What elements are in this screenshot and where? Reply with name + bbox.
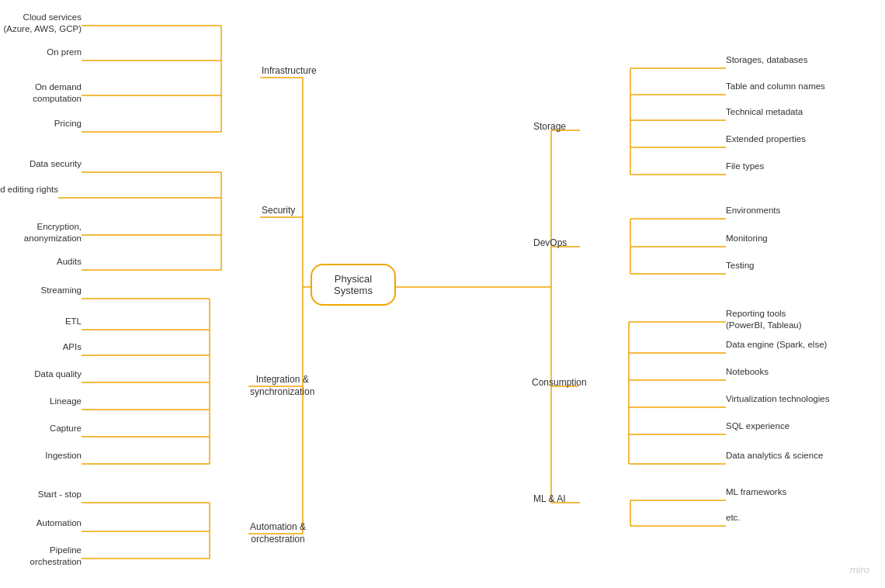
miro-label: miro <box>850 564 869 576</box>
center-node: PhysicalSystems <box>311 264 396 306</box>
leaf-node: Testing <box>726 260 881 272</box>
diagram: PhysicalSystems Infrastructure Security … <box>0 0 885 588</box>
leaf-node: Data engine (Spark, else) <box>726 339 881 351</box>
leaf-node: Audits <box>0 256 82 268</box>
leaf-node: Ingestion <box>0 450 82 462</box>
leaf-node: ML frameworks <box>726 486 881 498</box>
leaf-node: Capture <box>0 423 82 434</box>
leaf-node: SQL experience <box>726 420 881 432</box>
leaf-node: Data analytics & science <box>726 450 881 462</box>
leaf-node: On prem <box>0 47 82 58</box>
leaf-node: Lineage <box>0 396 82 407</box>
leaf-node: Access and editing rights <box>0 184 58 195</box>
leaf-node: Virtualization technologies <box>726 393 881 405</box>
devops-label: DevOps <box>533 237 567 250</box>
leaf-node: Cloud services(Azure, AWS, GCP) <box>0 12 82 35</box>
leaf-node: APIs <box>0 341 82 353</box>
leaf-node: Storages, databases <box>726 54 881 66</box>
consumption-label: Consumption <box>532 377 587 389</box>
leaf-node: Extended properties <box>726 133 881 145</box>
leaf-node: Notebooks <box>726 366 881 378</box>
leaf-node: Start - stop <box>0 489 82 500</box>
mlai-label: ML & AI <box>533 493 566 506</box>
leaf-node: Streaming <box>0 285 82 296</box>
leaf-node: ETL <box>0 316 82 327</box>
storage-label: Storage <box>533 121 566 133</box>
leaf-node: File types <box>726 161 881 172</box>
infrastructure-label: Infrastructure <box>262 65 317 78</box>
integration-label: Integration &synchronization <box>250 374 314 398</box>
security-label: Security <box>262 205 295 217</box>
leaf-node: Technical metadata <box>726 106 881 118</box>
leaf-node: Reporting tools(PowerBI, Tableau) <box>726 308 881 331</box>
leaf-node: Monitoring <box>726 233 881 244</box>
leaf-node: Data security <box>0 158 82 170</box>
leaf-node: Encryption,anonymization <box>0 221 82 244</box>
leaf-node: Pipelineorchestration <box>0 545 82 568</box>
leaf-node: Pricing <box>0 118 82 130</box>
leaf-node: On demandcomputation <box>0 81 82 105</box>
leaf-node: Automation <box>0 517 82 529</box>
leaf-node: etc. <box>726 512 881 524</box>
leaf-node: Table and column names <box>726 81 881 92</box>
leaf-node: Environments <box>726 205 881 216</box>
automation-label: Automation &orchestration <box>250 521 306 545</box>
leaf-node: Data quality <box>0 368 82 380</box>
